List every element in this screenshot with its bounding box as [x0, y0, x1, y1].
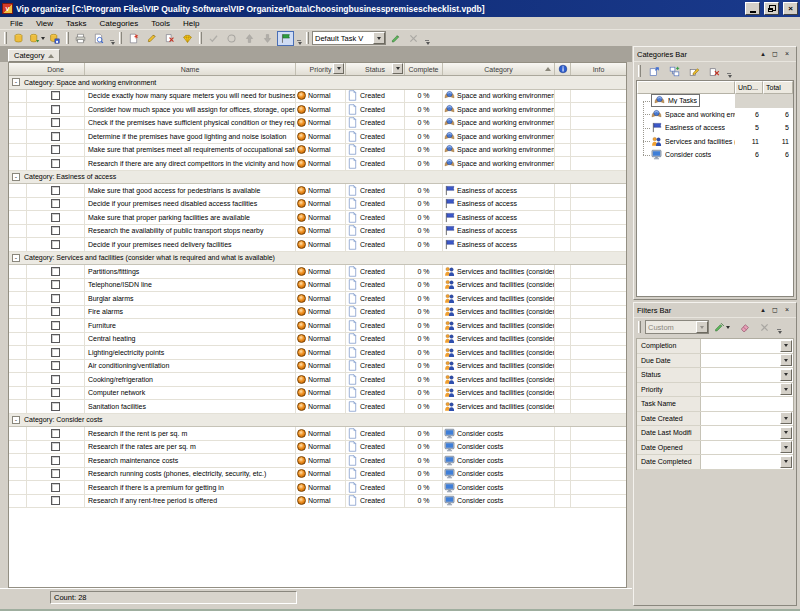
task-row[interactable]: Central heatingNormalCreated0 %Services … [9, 333, 626, 347]
task-done-checkbox[interactable] [51, 199, 60, 208]
collapse-group-button[interactable]: - [12, 254, 20, 262]
task-done-checkbox[interactable] [51, 118, 60, 127]
tree-header-undone[interactable]: UnD... [735, 81, 763, 94]
filter-value-input[interactable] [701, 397, 778, 411]
toolbar-overflow-button[interactable] [725, 64, 733, 78]
task-row[interactable]: Make sure that premises meet all require… [9, 144, 626, 158]
filter-dropdown-button[interactable] [780, 412, 792, 424]
restore-button[interactable] [764, 2, 779, 15]
filter-value-input[interactable] [701, 455, 778, 469]
category-tree-item[interactable]: Space and working environment66 [637, 108, 793, 122]
menu-tools[interactable]: Tools [145, 18, 176, 29]
task-notes-button[interactable] [179, 31, 196, 46]
task-done-checkbox[interactable] [51, 483, 60, 492]
toolbar-overflow-button[interactable] [295, 31, 303, 45]
task-row[interactable]: Research if there is a premium for getti… [9, 481, 626, 495]
uncomplete-task-button[interactable] [223, 31, 240, 46]
filter-dropdown-button[interactable] [780, 340, 792, 352]
task-row[interactable]: Make sure that proper parking facilities… [9, 211, 626, 225]
task-done-checkbox[interactable] [51, 91, 60, 100]
task-row[interactable]: Research maintenance costsNormalCreated0… [9, 454, 626, 468]
column-header-complete[interactable]: Complete [405, 63, 443, 75]
task-row[interactable]: Consider how much space you will assign … [9, 103, 626, 117]
categories-collapse-button[interactable]: ▴ [757, 49, 769, 60]
task-done-checkbox[interactable] [51, 442, 60, 451]
print-preview-button[interactable] [90, 31, 107, 46]
collapse-group-button[interactable]: - [12, 78, 20, 86]
task-done-checkbox[interactable] [51, 280, 60, 289]
task-row[interactable]: Research if there are any direct competi… [9, 157, 626, 171]
task-row[interactable]: Decide if your premises need disabled ac… [9, 198, 626, 212]
task-row[interactable]: Research running costs (phones, electric… [9, 468, 626, 482]
task-row[interactable]: Cooking/refrigerationNormalCreated0 %Ser… [9, 373, 626, 387]
priority-filter-dropdown[interactable] [333, 63, 344, 74]
task-done-checkbox[interactable] [51, 240, 60, 249]
categories-close-button[interactable]: × [781, 49, 793, 60]
category-tree-item[interactable]: Easiness of access55 [637, 121, 793, 135]
task-done-checkbox[interactable] [51, 105, 60, 114]
task-view-combo-button[interactable] [373, 32, 385, 44]
highlight-flag-button[interactable] [277, 31, 294, 46]
category-tree-item[interactable]: My Tasks [637, 94, 793, 108]
minimize-button[interactable] [745, 2, 760, 15]
move-task-down-button[interactable] [259, 31, 276, 46]
menu-categories[interactable]: Categories [94, 18, 145, 29]
toolbar-grip[interactable] [638, 321, 641, 333]
column-header-category[interactable]: Category [443, 63, 555, 75]
group-by-category-tab[interactable]: Category [8, 49, 60, 62]
menu-file[interactable]: File [4, 18, 29, 29]
task-row[interactable]: Computer networkNormalCreated0 %Services… [9, 387, 626, 401]
task-row[interactable]: Burglar alarmsNormalCreated0 %Services a… [9, 292, 626, 306]
move-task-up-button[interactable] [241, 31, 258, 46]
task-row[interactable]: Partitions/fittingsNormalCreated0 %Servi… [9, 265, 626, 279]
filter-value-input[interactable] [701, 354, 778, 368]
column-header-info[interactable]: Info [571, 63, 626, 75]
task-done-checkbox[interactable] [51, 213, 60, 222]
new-category-button[interactable] [645, 64, 663, 79]
clear-filter-button[interactable] [735, 320, 753, 335]
filter-preset-combo[interactable]: Custom [645, 320, 709, 334]
toolbar-grip[interactable] [119, 32, 122, 44]
edit-category-button[interactable] [685, 64, 703, 79]
delete-category-button[interactable] [705, 64, 723, 79]
toolbar-grip[interactable] [4, 32, 7, 44]
task-done-checkbox[interactable] [51, 267, 60, 276]
filter-dropdown-button[interactable] [780, 441, 792, 453]
task-row[interactable]: FurnitureNormalCreated0 %Services and fa… [9, 319, 626, 333]
task-row[interactable]: Research if the rent is per sq. mNormalC… [9, 427, 626, 441]
task-done-checkbox[interactable] [51, 334, 60, 343]
task-done-checkbox[interactable] [51, 307, 60, 316]
task-row[interactable]: Research the availability of public tran… [9, 225, 626, 239]
task-done-checkbox[interactable] [51, 456, 60, 465]
task-row[interactable]: Lighting/electricity pointsNormalCreated… [9, 346, 626, 360]
filter-dropdown-button[interactable] [780, 383, 792, 395]
apply-filter-button[interactable] [711, 320, 733, 335]
task-done-checkbox[interactable] [51, 402, 60, 411]
filter-value-input[interactable] [701, 339, 778, 353]
task-done-checkbox[interactable] [51, 388, 60, 397]
task-done-checkbox[interactable] [51, 294, 60, 303]
task-done-checkbox[interactable] [51, 348, 60, 357]
task-done-checkbox[interactable] [51, 496, 60, 505]
toolbar-grip[interactable] [306, 32, 309, 44]
new-database-button[interactable] [10, 31, 27, 46]
task-row[interactable]: Research if the rates are per sq. mNorma… [9, 441, 626, 455]
filter-value-input[interactable] [701, 426, 778, 440]
status-filter-dropdown[interactable] [392, 63, 403, 74]
filter-preset-combo-button[interactable] [696, 321, 708, 333]
filter-value-input[interactable] [701, 383, 778, 397]
task-done-checkbox[interactable] [51, 226, 60, 235]
filter-value-input[interactable] [701, 412, 778, 426]
task-done-checkbox[interactable] [51, 186, 60, 195]
delete-filter-button[interactable] [755, 320, 773, 335]
column-header-priority[interactable]: Priority [296, 63, 346, 75]
task-row[interactable]: Check if the premises have sufficient ph… [9, 117, 626, 131]
menu-tasks[interactable]: Tasks [60, 18, 92, 29]
filter-dropdown-button[interactable] [780, 354, 792, 366]
filter-value-input[interactable] [701, 441, 778, 455]
edit-task-button[interactable] [143, 31, 160, 46]
task-row[interactable]: Telephone/ISDN lineNormalCreated0 %Servi… [9, 279, 626, 293]
new-task-button[interactable] [125, 31, 142, 46]
toolbar-overflow-button[interactable] [108, 31, 116, 45]
filter-dropdown-button[interactable] [780, 369, 792, 381]
